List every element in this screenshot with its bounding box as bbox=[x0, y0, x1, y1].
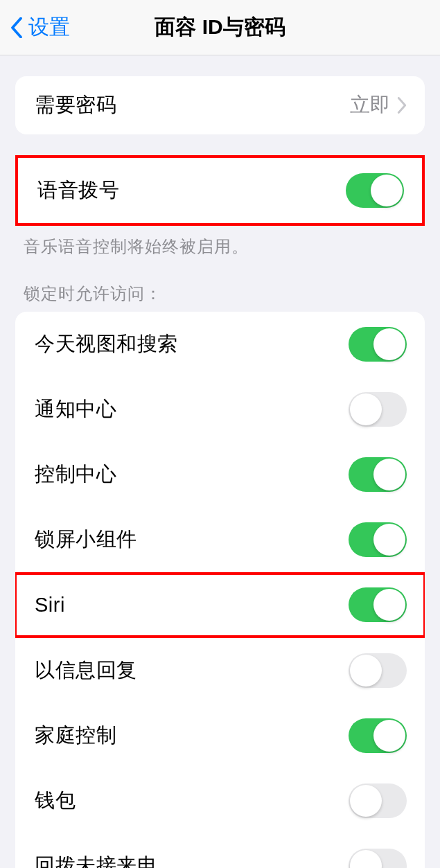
allow-access-toggle[interactable] bbox=[349, 327, 407, 362]
content: 需要密码 立即 语音拨号 音乐语音控制将始终被启用。 锁定时允许访问： 今天视图… bbox=[0, 76, 440, 868]
allow-access-header: 锁定时允许访问： bbox=[24, 283, 416, 305]
allow-access-toggle[interactable] bbox=[349, 587, 407, 622]
toggle-knob bbox=[373, 524, 405, 556]
allow-access-toggle[interactable] bbox=[349, 653, 407, 688]
allow-access-row: 今天视图和搜索 bbox=[15, 312, 425, 377]
allow-access-label: 家庭控制 bbox=[35, 722, 116, 750]
toggle-knob bbox=[373, 720, 405, 752]
require-passcode-value: 立即 bbox=[350, 91, 390, 119]
toggle-knob bbox=[371, 175, 403, 206]
allow-access-toggle[interactable] bbox=[349, 392, 407, 427]
allow-access-label: 回拨未接来电 bbox=[35, 852, 157, 868]
allow-access-toggle[interactable] bbox=[349, 522, 407, 557]
toggle-knob bbox=[373, 589, 405, 621]
allow-access-row: 家庭控制 bbox=[15, 703, 425, 768]
allow-access-row: 回拨未接来电 bbox=[15, 833, 425, 868]
page-title: 面容 ID与密码 bbox=[155, 13, 285, 42]
toggle-knob bbox=[350, 655, 382, 687]
voice-dial-section: 语音拨号 bbox=[18, 158, 422, 223]
allow-access-row: 控制中心 bbox=[15, 442, 425, 507]
voice-dial-row: 语音拨号 bbox=[18, 158, 422, 223]
allow-access-row: Siri bbox=[15, 572, 425, 638]
nav-bar: 设置 面容 ID与密码 bbox=[0, 0, 440, 55]
allow-access-row: 钱包 bbox=[15, 768, 425, 833]
allow-access-toggle[interactable] bbox=[349, 718, 407, 753]
require-passcode-value-wrap: 立即 bbox=[350, 91, 407, 119]
allow-access-label: 控制中心 bbox=[35, 461, 116, 488]
toggle-knob bbox=[373, 328, 405, 360]
allow-access-label: 锁屏小组件 bbox=[35, 526, 137, 553]
chevron-right-icon bbox=[397, 97, 407, 114]
allow-access-label: 通知中心 bbox=[35, 396, 116, 423]
back-label: 设置 bbox=[28, 13, 70, 42]
voice-dial-toggle[interactable] bbox=[346, 173, 404, 208]
require-passcode-section: 需要密码 立即 bbox=[15, 76, 425, 134]
require-passcode-row[interactable]: 需要密码 立即 bbox=[15, 76, 425, 134]
chevron-left-icon bbox=[10, 17, 23, 38]
allow-access-toggle[interactable] bbox=[349, 457, 407, 492]
allow-access-section: 今天视图和搜索通知中心控制中心锁屏小组件Siri以信息回复家庭控制钱包回拨未接来… bbox=[15, 312, 425, 868]
back-button[interactable]: 设置 bbox=[0, 13, 70, 42]
toggle-knob bbox=[350, 393, 382, 425]
toggle-knob bbox=[350, 850, 382, 868]
allow-access-row: 通知中心 bbox=[15, 377, 425, 442]
allow-access-toggle[interactable] bbox=[349, 783, 407, 818]
require-passcode-label: 需要密码 bbox=[35, 91, 116, 119]
allow-access-row: 以信息回复 bbox=[15, 638, 425, 703]
allow-access-label: 以信息回复 bbox=[35, 657, 137, 684]
allow-access-label: 钱包 bbox=[35, 787, 76, 815]
allow-access-row: 锁屏小组件 bbox=[15, 507, 425, 572]
voice-dial-footer: 音乐语音控制将始终被启用。 bbox=[24, 236, 416, 258]
toggle-knob bbox=[373, 459, 405, 490]
allow-access-label: 今天视图和搜索 bbox=[35, 330, 178, 358]
voice-dial-label: 语音拨号 bbox=[37, 177, 119, 204]
toggle-knob bbox=[350, 785, 382, 817]
allow-access-toggle[interactable] bbox=[349, 849, 407, 868]
voice-dial-highlight: 语音拨号 bbox=[15, 155, 425, 226]
allow-access-label: Siri bbox=[35, 594, 65, 617]
